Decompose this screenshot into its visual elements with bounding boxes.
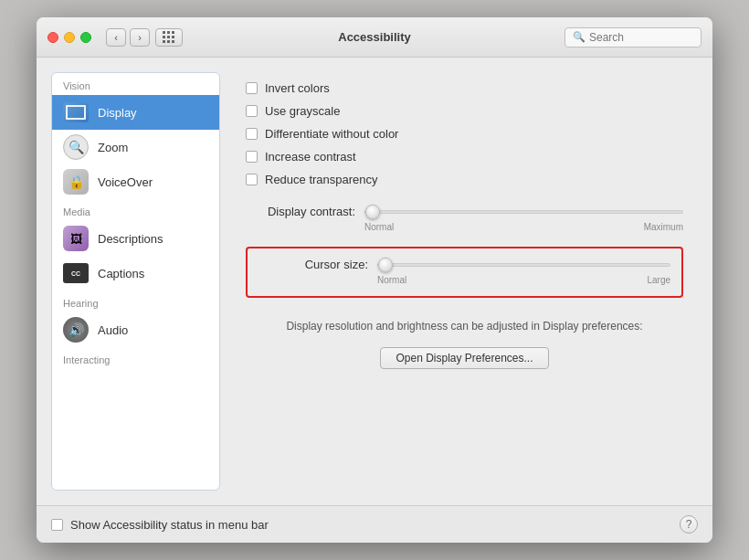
display-contrast-min-label: Normal [364,222,394,232]
differentiate-without-color-label: Differentiate without color [265,127,398,141]
display-contrast-thumb[interactable] [365,205,380,219]
display-settings-panel: Invert colors Use grayscale Differentiat… [231,72,698,491]
forward-button[interactable]: › [130,28,150,47]
descriptions-icon: 🖼 [63,226,89,251]
search-box[interactable]: 🔍 [564,27,702,48]
cursor-size-labels: Normal Large [377,273,670,287]
forward-icon: › [138,32,142,43]
cursor-size-track[interactable] [377,263,670,267]
display-contrast-row: Display contrast: [246,205,683,218]
increase-contrast-row: Increase contrast [246,150,683,164]
grid-icon [163,31,175,44]
close-button[interactable] [47,32,58,43]
display-info-text: Display resolution and brightness can be… [246,318,683,334]
sidebar-section-interacting: Interacting [52,347,219,369]
cursor-size-max-label: Large [647,275,670,285]
show-status-row: Show Accessibility status in menu bar [51,518,269,532]
sidebar-item-captions[interactable]: CC Captions [52,256,219,291]
display-contrast-slider-container [364,210,683,214]
sidebar-item-display[interactable]: Display [52,95,219,130]
increase-contrast-checkbox[interactable] [246,151,258,163]
voiceover-icon: 🔒 [63,169,89,195]
differentiate-without-color-checkbox[interactable] [246,128,258,140]
display-contrast-label: Display contrast: [246,205,355,218]
audio-icon: 🔊 [63,317,89,343]
minimize-button[interactable] [64,32,75,43]
increase-contrast-label: Increase contrast [265,150,356,164]
sidebar-item-audio[interactable]: 🔊 Audio [52,312,219,347]
show-accessibility-status-label: Show Accessibility status in menu bar [70,518,269,532]
display-contrast-section: Display contrast: Normal Maximum [246,205,683,234]
window-title: Accessibility [338,30,411,44]
search-input[interactable] [589,31,693,44]
sidebar-item-descriptions-label: Descriptions [98,232,164,246]
invert-colors-checkbox[interactable] [246,82,258,94]
display-icon [63,100,89,125]
reduce-transparency-checkbox[interactable] [246,174,258,185]
sidebar-item-audio-label: Audio [98,323,128,337]
sidebar-section-hearing: Hearing [52,291,219,312]
sidebar-item-zoom[interactable]: 🔍 Zoom [52,130,219,164]
main-window: ‹ › Accessibility 🔍 Vision [37,17,712,543]
use-grayscale-label: Use grayscale [265,104,340,118]
back-icon: ‹ [114,32,118,43]
use-grayscale-row: Use grayscale [246,104,683,118]
titlebar: ‹ › Accessibility 🔍 [37,17,712,58]
traffic-lights [47,32,91,43]
cursor-size-row: Cursor size: [258,258,670,271]
invert-colors-row: Invert colors [246,81,683,95]
help-icon: ? [686,518,692,531]
navigation-buttons: ‹ › [106,28,150,47]
display-contrast-max-label: Maximum [644,222,683,232]
reduce-transparency-row: Reduce transparency [246,173,683,186]
open-display-preferences-button[interactable]: Open Display Preferences... [380,347,548,369]
display-contrast-labels: Normal Maximum [364,220,683,234]
sidebar-item-captions-label: Captions [98,267,144,280]
sidebar-item-voiceover[interactable]: 🔒 VoiceOver [52,164,219,199]
bottom-bar: Show Accessibility status in menu bar ? [37,505,712,543]
sidebar-item-voiceover-label: VoiceOver [98,175,153,189]
sidebar-section-media: Media [52,199,219,221]
help-button[interactable]: ? [680,515,698,534]
cursor-size-min-label: Normal [377,275,406,285]
differentiate-without-color-row: Differentiate without color [246,127,683,141]
captions-icon: CC [63,260,89,286]
maximize-button[interactable] [80,32,91,43]
sidebar-item-descriptions[interactable]: 🖼 Descriptions [52,221,219,256]
show-accessibility-status-checkbox[interactable] [51,519,63,531]
cursor-size-slider-container [377,263,670,267]
sidebar-item-zoom-label: Zoom [98,141,128,154]
sidebar: Vision Display 🔍 Zoom 🔒 VoiceO [51,72,220,491]
cursor-size-thumb[interactable] [378,258,393,272]
sidebar-item-display-label: Display [98,106,137,120]
invert-colors-label: Invert colors [265,81,330,95]
cursor-size-label: Cursor size: [258,258,368,271]
cursor-size-box: Cursor size: Normal Large [246,247,683,298]
app-grid-button[interactable] [155,28,183,47]
display-contrast-track[interactable] [364,210,683,214]
reduce-transparency-label: Reduce transparency [265,173,378,186]
main-content: Vision Display 🔍 Zoom 🔒 VoiceO [37,58,712,505]
back-button[interactable]: ‹ [106,28,126,47]
zoom-icon: 🔍 [63,134,89,160]
use-grayscale-checkbox[interactable] [246,105,258,117]
search-icon: 🔍 [573,31,585,43]
sidebar-section-vision: Vision [52,73,219,95]
